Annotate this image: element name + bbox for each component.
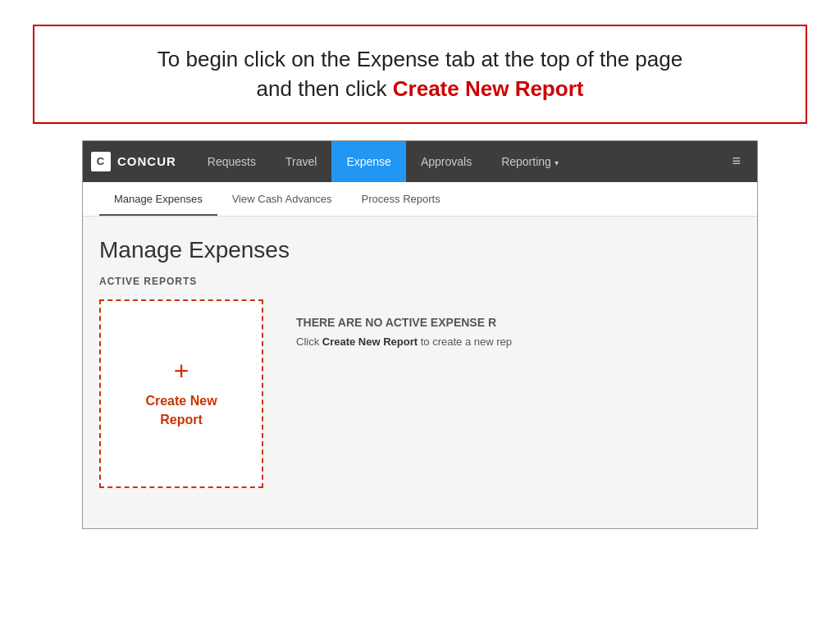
nav-logo-icon: C <box>91 152 111 171</box>
main-content: Manage Expenses ACTIVE REPORTS + Create … <box>83 217 757 528</box>
sub-nav-manage-expenses[interactable]: Manage Expenses <box>99 181 217 216</box>
instruction-box: To begin click on the Expense tab at the… <box>33 25 807 124</box>
no-reports-link: Create New Report <box>322 336 418 348</box>
nav-logo: C CONCUR <box>91 152 176 171</box>
create-report-plus-icon: + <box>174 358 189 384</box>
reporting-chevron-icon <box>555 155 559 168</box>
sub-nav-process-reports[interactable]: Process Reports <box>347 181 455 216</box>
sub-nav-view-cash-advances[interactable]: View Cash Advances <box>217 181 347 216</box>
nav-hamburger-button[interactable]: ≡ <box>724 153 749 170</box>
screenshot-container: C CONCUR Requests Travel Expense Approva… <box>82 140 758 529</box>
content-area: + Create New Report THERE ARE NO ACTIVE … <box>99 299 741 488</box>
nav-item-travel[interactable]: Travel <box>271 141 331 182</box>
section-label: ACTIVE REPORTS <box>99 276 741 287</box>
nav-item-expense[interactable]: Expense <box>331 141 405 182</box>
nav-items: Requests Travel Expense Approvals Report… <box>193 141 724 182</box>
nav-item-approvals[interactable]: Approvals <box>406 141 486 182</box>
instruction-highlight: Create New Report <box>393 76 584 101</box>
navbar: C CONCUR Requests Travel Expense Approva… <box>83 141 757 182</box>
instruction-text: To begin click on the Expense tab at the… <box>59 44 781 104</box>
create-new-report-box[interactable]: + Create New Report <box>99 299 263 488</box>
nav-item-requests[interactable]: Requests <box>193 141 271 182</box>
no-reports-sub: Click Create New Report to create a new … <box>296 336 512 348</box>
nav-item-reporting[interactable]: Reporting <box>486 141 573 182</box>
instruction-line2: and then click <box>257 76 393 101</box>
no-reports-title: THERE ARE NO ACTIVE EXPENSE R <box>296 316 512 329</box>
instruction-line1: To begin click on the Expense tab at the… <box>158 47 682 71</box>
nav-logo-text: CONCUR <box>117 154 176 168</box>
create-report-label: Create New Report <box>145 392 217 429</box>
no-reports-message: THERE ARE NO ACTIVE EXPENSE R Click Crea… <box>296 299 512 364</box>
page-title: Manage Expenses <box>99 237 741 263</box>
sub-nav: Manage Expenses View Cash Advances Proce… <box>83 182 757 217</box>
logo-icon-letter: C <box>97 155 105 167</box>
